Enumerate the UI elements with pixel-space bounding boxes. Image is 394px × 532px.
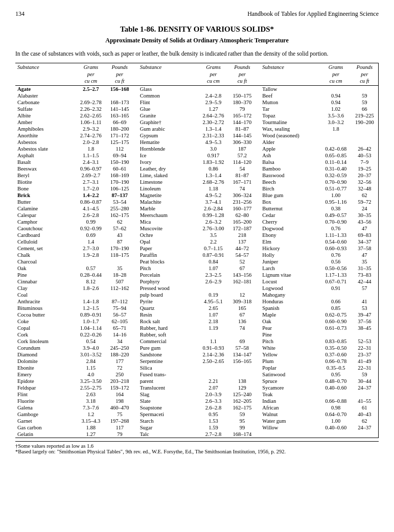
row-substance-2: Lime, slaked — [138, 172, 198, 179]
row-pounds-3 — [351, 331, 379, 338]
row-substance-1: Beryl — [15, 172, 76, 179]
table-title: Table 1-86. DENSITY OF VARIOUS SOLIDS* — [15, 25, 379, 34]
row-grams-3 — [321, 331, 351, 338]
row-substance-2: Peat blocks — [138, 258, 198, 265]
row-pounds-1 — [106, 292, 133, 298]
row-grams-2: 0.19 — [198, 292, 228, 298]
row-pounds-2: 172–187 — [228, 225, 256, 232]
row-substance-1: Cork linoleum — [15, 338, 76, 345]
row-substance-1: Coal — [15, 292, 76, 298]
row-pounds-1: 62 — [106, 219, 133, 225]
row-pounds-1: 112–162 — [106, 285, 133, 292]
row-substance-3: Wax, sealing — [260, 126, 320, 132]
row-substance-3: Willow — [260, 424, 320, 431]
row-substance-1: Camphor — [15, 219, 76, 225]
row-grams-3: 1.02 — [321, 106, 351, 112]
row-pounds-3: 24–37 — [351, 384, 379, 391]
row-grams-1: 1.06–1.11 — [76, 119, 106, 126]
row-grams-1: 4.0 — [76, 371, 106, 378]
row-grams-1: 0.57 — [76, 265, 106, 272]
row-grams-3: 0.37–0.60 — [321, 351, 351, 358]
row-substance-1: Garnet — [15, 418, 76, 424]
row-grams-2: 1.3–1.4 — [198, 172, 228, 179]
row-pounds-1: 66–69 — [106, 119, 133, 126]
row-substance-2: Mica — [138, 219, 198, 225]
row-pounds-1: 112 — [106, 146, 133, 152]
row-pounds-3: 62 — [351, 192, 379, 199]
row-substance-1: Sulfate — [15, 106, 76, 112]
row-substance-2: Glass — [138, 86, 198, 93]
footnote-1: †Some values reported as low as 1.6 — [15, 443, 379, 449]
row-grams-2 — [198, 331, 228, 338]
row-grams-3 — [321, 86, 351, 93]
row-pounds-2: 44–72 — [228, 245, 256, 252]
page-number: 134 — [15, 10, 25, 18]
row-pounds-1: 141–145 — [106, 106, 133, 112]
row-grams-2: 2.07 — [198, 384, 228, 391]
row-pounds-2: 162–205 — [228, 398, 256, 404]
row-substance-3: Lignum vitae — [260, 272, 320, 278]
row-substance-2: Sugar — [138, 424, 198, 431]
row-pounds-1: 87 — [106, 238, 133, 245]
row-pounds-1: 156–168 — [106, 86, 133, 93]
row-substance-3: Maple — [260, 311, 320, 318]
row-grams-3 — [321, 431, 351, 438]
row-substance-3: Blue gum — [260, 192, 320, 199]
row-pounds-3 — [351, 86, 379, 93]
row-pounds-1: 245–250 — [106, 345, 133, 351]
row-pounds-3 — [351, 126, 379, 132]
row-pounds-1: 118–175 — [106, 252, 133, 258]
row-pounds-1: 72 — [106, 365, 133, 371]
row-pounds-3: 69–83 — [351, 232, 379, 238]
row-substance-3: Holly — [260, 252, 320, 258]
row-grams-1: 1.4–2.2 — [76, 192, 106, 199]
row-substance-2: Silica — [138, 365, 198, 371]
row-pounds-2: 74 — [228, 325, 256, 331]
row-pounds-1: 168–169 — [106, 172, 133, 179]
row-substance-3: Apple — [260, 146, 320, 152]
row-grams-3: 1.17–1.33 — [321, 272, 351, 278]
row-pounds-2: 74 — [228, 185, 256, 192]
row-substance-2: Limestone — [138, 179, 198, 185]
row-grams-3: 0.76 — [321, 225, 351, 232]
row-pounds-3: 43–56 — [351, 219, 379, 225]
row-substance-2: Pure gum — [138, 345, 198, 351]
row-grams-2: 1.59 — [198, 424, 228, 431]
row-pounds-3 — [351, 292, 379, 298]
row-substance-2: Glue — [138, 106, 198, 112]
row-grams-3: 0.66–0.88 — [321, 398, 351, 404]
row-substance-2: Magnetite — [138, 192, 198, 199]
row-pounds-1: 162–175 — [106, 212, 133, 219]
row-grams-2: 4.9–5.3 — [198, 139, 228, 146]
row-pounds-2: 144–145 — [228, 132, 256, 139]
row-grams-3 — [321, 292, 351, 298]
col-header-substance-1: Substance — [15, 63, 76, 86]
row-pounds-1: 69–94 — [106, 152, 133, 159]
row-substance-1: Gamboge — [15, 411, 76, 418]
col-header-substance-3: Substance — [260, 63, 320, 86]
row-pounds-3: 47 — [351, 252, 379, 258]
row-pounds-2: 306–330 — [228, 139, 256, 146]
row-pounds-2: 69 — [228, 338, 256, 345]
row-substance-3: Locust — [260, 278, 320, 285]
row-grams-3: 0.40–0.60 — [321, 384, 351, 391]
row-pounds-2: 143–156 — [228, 272, 256, 278]
row-grams-1: 0.96–0.97 — [76, 165, 106, 172]
col-header-grams-2: Gramspercu cm — [198, 63, 228, 86]
row-pounds-1 — [106, 92, 133, 99]
row-grams-3: 0.51–0.77 — [321, 185, 351, 192]
row-grams-3: 1.00 — [321, 192, 351, 199]
row-pounds-2: 138 — [228, 378, 256, 384]
row-grams-3: 0.62–0.75 — [321, 311, 351, 318]
row-grams-1: 1.4–1.8 — [76, 298, 106, 305]
row-pounds-1: 60–61 — [106, 165, 133, 172]
row-grams-1: 1.04–1.14 — [76, 325, 106, 331]
row-substance-2: Pressed wood — [138, 285, 198, 292]
row-grams-3: 0.60–0.93 — [321, 245, 351, 252]
col-header-grams-1: Gramspercu cm — [76, 63, 106, 86]
row-grams-3: 0.95–1.16 — [321, 199, 351, 205]
row-grams-1: 2.62–2.65 — [76, 112, 106, 119]
row-grams-3: 0.66–0.78 — [321, 358, 351, 365]
row-grams-2: 0.87–0.91 — [198, 252, 228, 258]
row-grams-3 — [321, 132, 351, 139]
